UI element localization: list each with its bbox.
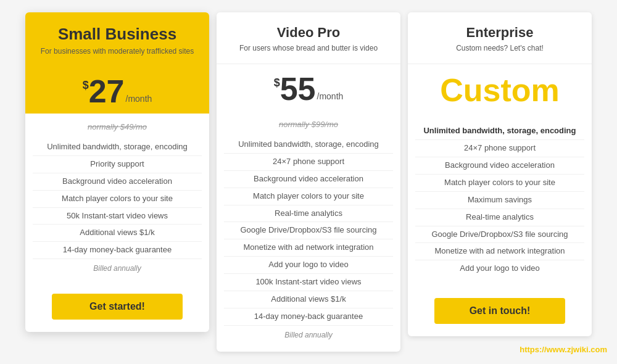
price-custom-enterprise: Custom: [418, 73, 582, 108]
plan-normally-video-pro: normally $99/mo: [224, 120, 393, 129]
feature-item: Background video acceleration: [33, 173, 202, 191]
plan-header-small-business: Small BusinessFor businesses with modera…: [25, 12, 209, 67]
feature-item: 14-day money-back guarantee: [224, 308, 393, 326]
feature-item: 24×7 phone support: [224, 154, 393, 171]
plan-button-small-business[interactable]: Get started!: [52, 294, 183, 320]
price-dollar-video-pro: $: [274, 77, 280, 89]
feature-item: Add your logo to video: [224, 257, 393, 274]
watermark-link[interactable]: https://www.zjwiki.com: [520, 345, 607, 354]
pricing-container: Small BusinessFor businesses with modera…: [9, 0, 608, 364]
feature-item: 14-day money-back guarantee: [33, 242, 202, 259]
price-number-video-pro: 55: [280, 73, 316, 105]
feature-item: Maximum savings: [415, 192, 584, 209]
feature-item: Unlimited bandwidth, storage, encoding: [224, 136, 393, 154]
billed-annually-small-business: Billed annually: [33, 264, 202, 273]
plan-price-video-pro: $55/month: [217, 64, 400, 111]
plan-features-small-business: normally $49/moUnlimited bandwidth, stor…: [25, 114, 209, 285]
feature-item: Priority support: [33, 156, 202, 173]
feature-item: Google Drive/Dropbox/S3 file sourcing: [415, 226, 584, 244]
plan-features-video-pro: normally $99/moUnlimited bandwidth, stor…: [217, 111, 400, 352]
plan-button-enterprise[interactable]: Get in touch!: [434, 298, 566, 324]
feature-item: Match player colors to your site: [224, 188, 393, 205]
billed-annually-video-pro: Billed annually: [224, 331, 393, 339]
feature-item: Real-time analytics: [415, 209, 584, 226]
plan-card-video-pro: Video ProFor users whose bread and butte…: [217, 12, 400, 352]
plan-card-small-business: Small BusinessFor businesses with modera…: [25, 12, 209, 332]
feature-item: Additional views $1/k: [33, 225, 202, 242]
feature-item: Background video acceleration: [415, 157, 584, 175]
plan-name-small-business: Small Business: [35, 25, 199, 44]
plan-header-enterprise: EnterpriseCustom needs? Let's chat!: [408, 12, 592, 64]
feature-item: Monetize with ad network integration: [415, 243, 584, 260]
plan-price-enterprise: Custom: [408, 64, 592, 114]
price-amount-video-pro: $55/month: [274, 73, 344, 105]
plan-price-small-business: $27/month: [25, 67, 209, 114]
price-amount-small-business: $27/month: [83, 75, 152, 107]
price-period-small-business: /month: [126, 94, 152, 104]
plan-subtitle-small-business: For businesses with moderately trafficke…: [35, 46, 199, 57]
feature-item: Monetize with ad network integration: [224, 239, 393, 257]
plan-button-wrap-enterprise: Get in touch!: [408, 289, 592, 336]
feature-item: Unlimited bandwidth, storage, encoding: [415, 123, 584, 140]
price-period-video-pro: /month: [317, 91, 344, 101]
feature-item: 24×7 phone support: [415, 140, 584, 157]
plan-name-video-pro: Video Pro: [226, 25, 391, 41]
feature-item: Google Drive/Dropbox/S3 file sourcing: [224, 222, 393, 239]
plan-name-enterprise: Enterprise: [418, 25, 582, 41]
feature-item: 50k Instant-start video views: [33, 208, 202, 225]
price-dollar-small-business: $: [83, 79, 89, 92]
feature-item: Unlimited bandwidth, storage, encoding: [33, 139, 202, 156]
feature-item: 100k Instant-start video views: [224, 274, 393, 291]
plan-features-enterprise: Unlimited bandwidth, storage, encoding24…: [408, 114, 592, 289]
plan-subtitle-enterprise: Custom needs? Let's chat!: [418, 43, 582, 54]
feature-item: Background video acceleration: [224, 171, 393, 188]
plan-button-wrap-small-business: Get started!: [25, 285, 209, 332]
plan-card-enterprise: EnterpriseCustom needs? Let's chat!Custo…: [408, 12, 592, 336]
price-number-small-business: 27: [89, 75, 125, 107]
feature-item: Match player colors to your site: [33, 191, 202, 208]
plan-subtitle-video-pro: For users whose bread and butter is vide…: [226, 43, 391, 54]
plan-header-video-pro: Video ProFor users whose bread and butte…: [217, 12, 400, 64]
plan-normally-small-business: normally $49/mo: [33, 122, 202, 131]
feature-item: Real-time analytics: [224, 205, 393, 223]
feature-item: Add your logo to video: [415, 260, 584, 277]
feature-item: Additional views $1/k: [224, 291, 393, 308]
feature-item: Match player colors to your site: [415, 175, 584, 192]
